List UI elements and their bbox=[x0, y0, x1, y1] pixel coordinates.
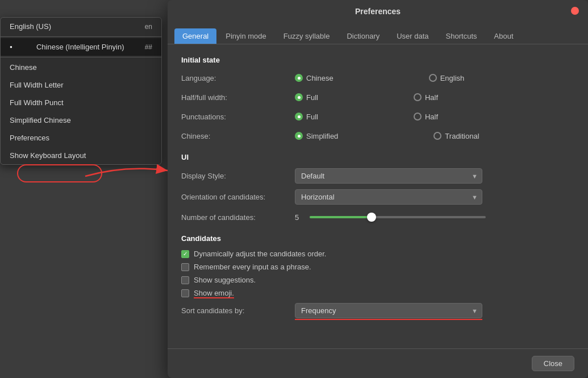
half-full-radio-group: Full Half bbox=[295, 93, 438, 102]
candidates-option-1-label: Remember every input as a phrase. bbox=[194, 263, 311, 271]
chinese-icon: ## bbox=[145, 43, 152, 51]
show-keyboard-layout-item[interactable]: Show Keyboard Layout bbox=[1, 147, 161, 164]
chinese-traditional-option[interactable]: Traditional bbox=[433, 132, 479, 140]
candidates-option-2-label: Show suggestions. bbox=[194, 276, 256, 284]
chinese-traditional-label: Traditional bbox=[445, 132, 479, 140]
tab-fuzzy-syllable[interactable]: Fuzzy syllable bbox=[276, 28, 338, 44]
num-candidates-slider-container: 5 bbox=[295, 213, 486, 222]
chinese-menu-item[interactable]: ● Chinese (Intelligent Pinyin) ## bbox=[1, 38, 161, 56]
candidates-option-1[interactable]: Remember every input as a phrase. bbox=[181, 263, 574, 271]
num-candidates-slider-track[interactable] bbox=[310, 216, 486, 218]
tab-shortcuts[interactable]: Shortcuts bbox=[438, 28, 485, 44]
punctuations-label: Punctuations: bbox=[181, 113, 295, 121]
language-english-option[interactable]: English bbox=[429, 74, 465, 82]
half-full-half-radio[interactable] bbox=[414, 93, 422, 101]
chinese-label: Chinese (Intelligent Pinyin) bbox=[36, 43, 124, 51]
ui-section: UI Display Style: Default ▼ Orientation … bbox=[181, 153, 574, 224]
language-english-label: English bbox=[440, 74, 465, 82]
tab-pinyin-mode[interactable]: Pinyin mode bbox=[218, 28, 274, 44]
half-full-full-option[interactable]: Full bbox=[295, 93, 318, 102]
left-dropdown-menu: English (US) en ● Chinese (Intelligent P… bbox=[0, 17, 162, 165]
chinese-simplified-radio[interactable] bbox=[295, 132, 303, 140]
language-english-radio[interactable] bbox=[429, 74, 437, 82]
candidates-option-3-label: Show emoji. bbox=[194, 289, 234, 297]
chinese-bullet: ● bbox=[10, 44, 12, 49]
candidates-checkbox-3[interactable] bbox=[181, 289, 189, 297]
language-radio-group: Chinese English bbox=[295, 74, 464, 82]
window-footer: Close bbox=[168, 348, 588, 378]
candidates-checkbox-2[interactable] bbox=[181, 276, 189, 284]
language-chinese-label: Chinese bbox=[306, 74, 333, 82]
display-style-select[interactable]: Default bbox=[295, 168, 482, 184]
chinese-simplified-option[interactable]: Simplified bbox=[295, 132, 338, 140]
menu-divider-2 bbox=[1, 57, 161, 57]
punct-full-radio[interactable] bbox=[295, 113, 303, 121]
language-label: Language: bbox=[181, 74, 295, 82]
num-candidates-value: 5 bbox=[295, 213, 304, 222]
preferences-window: Preferences General Pinyin mode Fuzzy sy… bbox=[168, 0, 588, 378]
candidates-option-2[interactable]: Show suggestions. bbox=[181, 276, 574, 284]
punct-half-option[interactable]: Half bbox=[414, 113, 438, 121]
punct-half-label: Half bbox=[425, 113, 438, 121]
half-full-label: Half/full width: bbox=[181, 93, 295, 102]
punctuations-radio-group: Full Half bbox=[295, 113, 438, 121]
simplified-chinese-item[interactable]: Simplified Chinese bbox=[1, 111, 161, 129]
display-style-select-wrapper: Default ▼ bbox=[295, 168, 482, 184]
english-shortcut: en bbox=[145, 23, 152, 31]
candidates-checkbox-0[interactable] bbox=[181, 250, 189, 258]
tab-user-data[interactable]: User data bbox=[389, 28, 436, 44]
tab-dictionary[interactable]: Dictionary bbox=[339, 28, 387, 44]
chinese-label: Chinese: bbox=[181, 132, 295, 140]
tab-about[interactable]: About bbox=[486, 28, 522, 44]
half-full-half-label: Half bbox=[425, 93, 438, 102]
english-menu-item[interactable]: English (US) en bbox=[1, 18, 161, 35]
chinese-simplified-label: Simplified bbox=[306, 132, 338, 140]
punct-half-radio[interactable] bbox=[414, 113, 422, 121]
half-full-full-label: Full bbox=[306, 93, 318, 102]
sort-select-wrapper: Frequency ▼ bbox=[295, 303, 482, 318]
language-chinese-option[interactable]: Chinese bbox=[295, 74, 333, 82]
language-row: Language: Chinese English bbox=[181, 71, 574, 85]
punct-full-option[interactable]: Full bbox=[295, 113, 318, 121]
chinese-sub-label: Chinese bbox=[10, 63, 37, 72]
preferences-menu-item[interactable]: Preferences bbox=[1, 129, 161, 147]
display-style-label: Display Style: bbox=[181, 172, 295, 180]
candidates-option-0[interactable]: Dynamically adjust the candidates order. bbox=[181, 250, 574, 258]
orientation-select[interactable]: Horizontal bbox=[295, 189, 482, 205]
half-full-half-option[interactable]: Half bbox=[414, 93, 438, 102]
half-full-full-radio[interactable] bbox=[295, 93, 303, 101]
english-label: English (US) bbox=[10, 22, 51, 31]
chinese-traditional-radio[interactable] bbox=[433, 132, 441, 140]
initial-state-title: Initial state bbox=[181, 56, 574, 64]
orientation-select-wrapper: Horizontal ▼ bbox=[295, 189, 482, 205]
tab-general[interactable]: General bbox=[174, 28, 216, 44]
language-chinese-radio[interactable] bbox=[295, 74, 303, 82]
chinese-sub-item[interactable]: Chinese bbox=[1, 59, 161, 76]
chinese-row: Chinese: Simplified Traditional bbox=[181, 129, 574, 143]
num-candidates-label: Number of candidates: bbox=[181, 213, 295, 222]
window-title: Preferences bbox=[355, 7, 401, 16]
preferences-label: Preferences bbox=[10, 134, 49, 142]
punct-full-label: Full bbox=[306, 113, 318, 121]
chinese-radio-group: Simplified Traditional bbox=[295, 132, 479, 140]
candidates-option-3[interactable]: Show emoji. bbox=[181, 289, 574, 297]
full-width-punct-label: Full Width Punct bbox=[10, 98, 64, 107]
punctuations-row: Punctuations: Full Half bbox=[181, 110, 574, 123]
orientation-label: Orientation of candidates: bbox=[181, 193, 295, 201]
candidates-checkbox-1[interactable] bbox=[181, 263, 189, 271]
sort-candidates-row: Sort candidates by: Frequency ▼ bbox=[181, 303, 574, 318]
full-width-punct-item[interactable]: Full Width Punct bbox=[1, 94, 161, 111]
candidates-option-0-label: Dynamically adjust the candidates order. bbox=[194, 250, 326, 258]
full-width-letter-item[interactable]: Full Width Letter bbox=[1, 76, 161, 94]
candidates-section: Candidates Dynamically adjust the candid… bbox=[181, 234, 574, 318]
close-button[interactable]: Close bbox=[532, 356, 574, 371]
window-close-button[interactable] bbox=[571, 7, 579, 15]
preferences-content: Initial state Language: Chinese English … bbox=[168, 44, 588, 348]
menu-divider-1 bbox=[1, 36, 161, 37]
tab-bar: General Pinyin mode Fuzzy syllable Dicti… bbox=[168, 24, 588, 44]
half-full-row: Half/full width: Full Half bbox=[181, 90, 574, 104]
sort-candidates-select[interactable]: Frequency bbox=[295, 303, 482, 318]
ui-section-title: UI bbox=[181, 153, 574, 161]
orientation-row: Orientation of candidates: Horizontal ▼ bbox=[181, 189, 574, 205]
slider-thumb[interactable] bbox=[367, 213, 376, 222]
